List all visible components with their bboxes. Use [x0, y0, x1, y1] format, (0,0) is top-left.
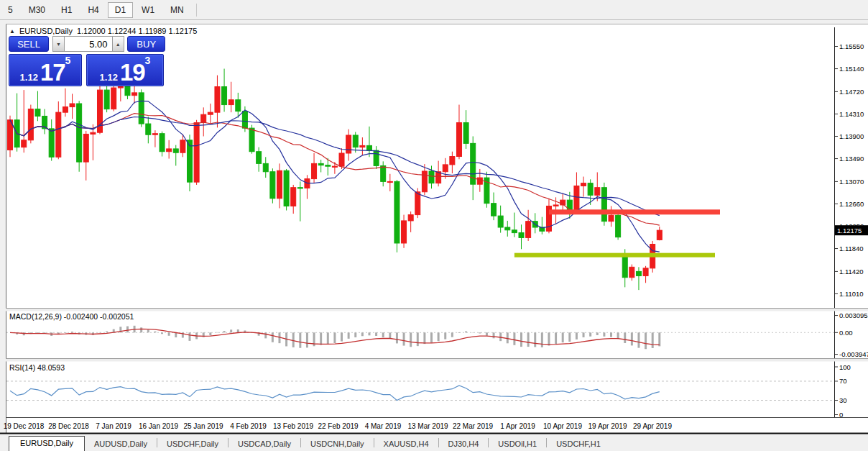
svg-text:0: 0: [839, 411, 843, 419]
chart-tabs-bar: EURUSD,DailyAUDUSD,DailyUSDCHF,DailyUSDC…: [0, 434, 868, 451]
chart-tab-xauusd-h4[interactable]: XAUUSD,H4: [374, 437, 438, 451]
svg-text:0.003095: 0.003095: [839, 311, 868, 319]
svg-text:1.15550: 1.15550: [839, 42, 864, 50]
svg-text:1.12660: 1.12660: [839, 200, 864, 208]
svg-text:7 Jan 2019: 7 Jan 2019: [96, 422, 131, 430]
chart-tab-usdchf-h1[interactable]: USDCHF,H1: [547, 437, 610, 451]
volume-increase-button[interactable]: ▲: [112, 36, 124, 52]
sell-price-point: 5: [65, 56, 71, 65]
resistance-line[interactable]: [549, 209, 720, 214]
chart-tab-usdcad-daily[interactable]: USDCAD,Daily: [228, 437, 300, 451]
svg-text:25 Jan 2019: 25 Jan 2019: [183, 422, 223, 430]
timeframe-toolbar: 5M30H1H4D1W1MN: [0, 0, 868, 20]
candle: [394, 180, 400, 252]
svg-text:19 Dec 2018: 19 Dec 2018: [4, 422, 45, 430]
volume-decrease-button[interactable]: ▼: [52, 36, 65, 52]
macd-indicator-label: MACD(12,26,9) -0.002400 -0.002051: [9, 312, 134, 321]
timeframe-button-m30[interactable]: M30: [22, 2, 52, 18]
svg-text:10 Apr 2019: 10 Apr 2019: [543, 422, 582, 430]
buy-price-pips: 19: [120, 62, 145, 83]
sell-price-display[interactable]: 1.12 17 5: [9, 54, 82, 86]
svg-text:1.13490: 1.13490: [839, 155, 864, 163]
chevron-up-icon: ▲: [116, 42, 121, 47]
svg-text:19 Apr 2019: 19 Apr 2019: [588, 422, 627, 430]
svg-text:1.11420: 1.11420: [839, 268, 864, 275]
svg-text:1 Apr 2019: 1 Apr 2019: [500, 422, 535, 430]
svg-text:1.12175: 1.12175: [837, 227, 862, 234]
one-click-trade-panel: SELL ▼ 5.00 ▲ BUY 1.12 17 5 1.12 19 3: [9, 36, 165, 86]
svg-text:-0.003947: -0.003947: [839, 350, 868, 358]
timeframe-button-h4[interactable]: H4: [80, 2, 106, 18]
svg-text:16 Jan 2019: 16 Jan 2019: [139, 422, 178, 430]
svg-text:4 Mar 2019: 4 Mar 2019: [365, 422, 402, 430]
chart-tab-eurusd-daily[interactable]: EURUSD,Daily: [9, 436, 85, 451]
svg-text:70: 70: [839, 377, 847, 385]
chart-tab-dj30-h4[interactable]: DJ30,H4: [439, 437, 489, 451]
candle: [77, 101, 82, 171]
toolbar-separator: [196, 4, 197, 17]
svg-text:4 Feb 2019: 4 Feb 2019: [230, 422, 267, 430]
collapse-panel-icon[interactable]: ▲: [9, 28, 15, 35]
svg-text:1.13900: 1.13900: [839, 132, 864, 140]
svg-text:30: 30: [839, 396, 847, 404]
timeframe-button-w1[interactable]: W1: [134, 2, 162, 18]
terminal-window: 1.155501.151401.147201.143101.139001.134…: [0, 0, 868, 451]
candle: [616, 213, 621, 240]
volume-input[interactable]: 5.00: [65, 36, 112, 52]
buy-price-prefix: 1.12: [100, 71, 118, 83]
candle: [28, 105, 33, 144]
svg-text:1.11010: 1.11010: [839, 290, 864, 298]
candle: [601, 183, 606, 226]
timeframe-button-mn[interactable]: MN: [163, 2, 191, 18]
sell-price-pips: 17: [40, 62, 65, 83]
chart-tab-usdcnh-daily[interactable]: USDCNH,Daily: [301, 437, 374, 451]
chart-tab-usdchf-daily[interactable]: USDCHF,Daily: [157, 437, 228, 451]
candle: [97, 86, 102, 135]
svg-text:22 Feb 2019: 22 Feb 2019: [318, 422, 359, 430]
sell-price-prefix: 1.12: [20, 71, 38, 83]
rsi-indicator-label: RSI(14) 48.0593: [9, 363, 65, 372]
chart-tab-usdoil-h1[interactable]: USDOil,H1: [489, 437, 546, 451]
chevron-down-icon: ▼: [56, 42, 61, 47]
chart-symbol-label: EURUSD,Daily: [19, 27, 73, 35]
svg-text:13 Mar 2019: 13 Mar 2019: [407, 422, 448, 430]
buy-price-display[interactable]: 1.12 19 3: [86, 54, 164, 86]
chart-header: ▲ EURUSD,Daily 1.12000 1.12244 1.11989 1…: [9, 27, 197, 35]
svg-text:1.14720: 1.14720: [839, 88, 864, 96]
sell-button[interactable]: SELL: [9, 36, 49, 52]
current-price-tag: 1.12175: [835, 225, 868, 235]
chart-tab-audusd-daily[interactable]: AUDUSD,Daily: [85, 437, 157, 451]
candle: [139, 89, 144, 127]
svg-text:0.00: 0.00: [839, 329, 853, 337]
svg-text:1.15140: 1.15140: [839, 65, 864, 73]
time-axis: 19 Dec 201828 Dec 20187 Jan 201916 Jan 2…: [4, 422, 673, 430]
candle: [284, 169, 289, 211]
svg-text:100: 100: [839, 363, 851, 371]
timeframe-button-5[interactable]: 5: [1, 2, 20, 18]
support-line[interactable]: [514, 253, 715, 258]
svg-text:1.13070: 1.13070: [839, 178, 864, 186]
svg-text:13 Feb 2019: 13 Feb 2019: [273, 422, 314, 430]
svg-text:29 Apr 2019: 29 Apr 2019: [633, 422, 672, 430]
svg-text:1.11840: 1.11840: [839, 245, 864, 252]
svg-text:1.14310: 1.14310: [839, 110, 864, 118]
timeframe-button-d1[interactable]: D1: [108, 2, 133, 18]
buy-button[interactable]: BUY: [127, 36, 165, 52]
chart-ohlc-values: 1.12000 1.12244 1.11989 1.12175: [77, 27, 197, 35]
svg-text:22 Mar 2019: 22 Mar 2019: [453, 422, 494, 430]
candle: [270, 168, 275, 203]
timeframe-button-h1[interactable]: H1: [54, 2, 79, 18]
buy-price-point: 3: [145, 56, 151, 65]
candle: [194, 120, 199, 185]
svg-text:28 Dec 2018: 28 Dec 2018: [48, 422, 89, 430]
